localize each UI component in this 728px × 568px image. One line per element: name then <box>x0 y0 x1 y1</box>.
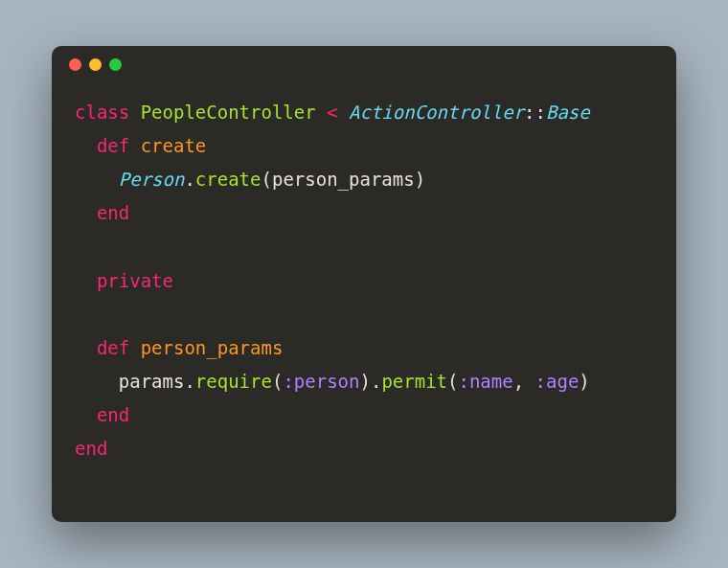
arg-person-params: person_params <box>272 169 415 190</box>
symbol-name: :name <box>458 371 512 392</box>
operator-lt: < <box>327 102 337 123</box>
method-permit: permit <box>381 371 447 392</box>
window-titlebar <box>52 46 676 82</box>
symbol-person: :person <box>283 371 359 392</box>
scope-op: :: <box>524 102 546 123</box>
lparen: ( <box>447 371 458 392</box>
code-content: class PeopleController < ActionControlle… <box>52 82 676 480</box>
const-base: Base <box>546 102 590 123</box>
minimize-icon[interactable] <box>89 58 102 71</box>
dot: . <box>371 371 381 392</box>
const-person: Person <box>119 169 185 190</box>
comma: , <box>513 371 535 392</box>
keyword-def: def <box>97 337 129 358</box>
keyword-def: def <box>97 135 129 156</box>
keyword-class: class <box>75 102 129 123</box>
keyword-private: private <box>97 270 173 291</box>
code-window: class PeopleController < ActionControlle… <box>52 46 676 522</box>
receiver-params: params <box>119 371 185 392</box>
rparen: ) <box>415 169 425 190</box>
method-def-person-params: person_params <box>141 337 284 358</box>
lparen: ( <box>272 371 283 392</box>
keyword-end: end <box>97 202 129 223</box>
keyword-end: end <box>75 438 107 459</box>
method-def-create: create <box>141 135 207 156</box>
rparen: ) <box>579 371 589 392</box>
close-icon[interactable] <box>69 58 81 71</box>
maximize-icon[interactable] <box>109 58 122 71</box>
dot: . <box>184 169 194 190</box>
symbol-age: :age <box>535 371 580 392</box>
keyword-end: end <box>97 404 129 425</box>
rparen: ) <box>359 371 370 392</box>
const-actioncontroller: ActionController <box>349 102 524 123</box>
dot: . <box>184 371 194 392</box>
method-create: create <box>195 169 262 190</box>
lparen: ( <box>262 169 272 190</box>
class-name: PeopleController <box>141 102 316 123</box>
method-require: require <box>195 371 272 392</box>
